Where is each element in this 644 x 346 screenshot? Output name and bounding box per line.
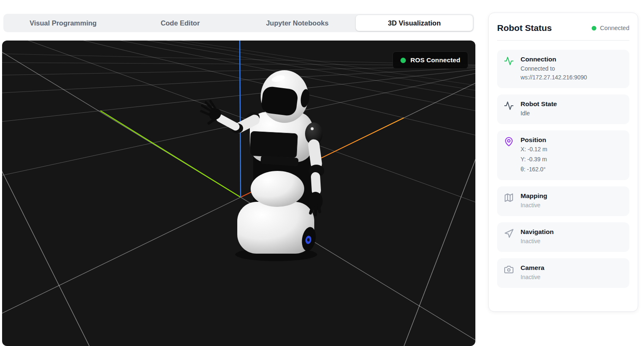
card-value-line: Y: -0.39 m xyxy=(521,155,547,164)
card-title: Camera xyxy=(521,264,544,272)
status-card-camera: CameraInactive xyxy=(497,258,629,288)
card-value-line: Inactive xyxy=(521,273,544,282)
status-card-list: ConnectionConnected to ws://172.27.142.2… xyxy=(497,50,629,288)
robot-status-panel: Robot Status Connected ConnectionConnect… xyxy=(488,13,638,312)
tab-visual-programming[interactable]: Visual Programming xyxy=(5,15,122,31)
card-value-line: Connected to ws://172.27.142.216:9090 xyxy=(521,65,623,82)
3d-canvas[interactable]: ROS Connected xyxy=(2,41,475,346)
activity-icon xyxy=(504,101,514,111)
robot-visor xyxy=(260,86,298,117)
ros-status-badge: ROS Connected xyxy=(393,51,468,69)
card-body: Robot StateIdle xyxy=(521,100,557,118)
tab-jupyter-notebooks[interactable]: Jupyter Notebooks xyxy=(239,15,356,31)
robot-model xyxy=(2,41,475,346)
card-title: Robot State xyxy=(521,100,557,108)
header-divider xyxy=(497,40,629,41)
map-icon xyxy=(504,193,514,203)
connected-dot-icon xyxy=(592,26,596,31)
connection-status-label: Connected xyxy=(600,25,629,31)
camera-icon xyxy=(504,265,514,275)
status-card-robot-state: Robot StateIdle xyxy=(497,94,629,124)
card-body: NavigationInactive xyxy=(521,228,554,246)
card-value-line: Inactive xyxy=(521,201,547,210)
status-card-position: PositionX: -0.12 mY: -0.39 mθ: -162.0° xyxy=(497,130,629,180)
card-title: Position xyxy=(521,136,547,144)
card-body: MappingInactive xyxy=(521,192,547,210)
robot-left-forearm xyxy=(220,118,236,127)
status-card-mapping: MappingInactive xyxy=(497,186,629,216)
connection-status-indicator: Connected xyxy=(592,25,629,31)
status-card-navigation: NavigationInactive xyxy=(497,222,629,252)
card-body: CameraInactive xyxy=(521,264,544,282)
tab-bar: Visual ProgrammingCode EditorJupyter Not… xyxy=(3,14,474,32)
navigation-icon xyxy=(504,229,514,239)
ros-connected-dot-icon xyxy=(400,58,406,63)
card-body: ConnectionConnected to ws://172.27.142.2… xyxy=(521,56,623,82)
robot-shoulder-highlight xyxy=(311,127,314,130)
robot-right-upper-arm xyxy=(314,145,316,164)
tab-code-editor[interactable]: Code Editor xyxy=(122,15,239,31)
tab-3d-visualization[interactable]: 3D Visualization xyxy=(356,15,473,31)
status-card-connection: ConnectionConnected to ws://172.27.142.2… xyxy=(497,50,629,88)
card-value-line: θ: -162.0° xyxy=(521,165,547,174)
card-value-line: Idle xyxy=(521,109,557,118)
card-value-line: X: -0.12 m xyxy=(521,145,547,154)
card-title: Connection xyxy=(521,56,623,63)
panel-title: Robot Status xyxy=(497,23,552,33)
card-value-line: Inactive xyxy=(521,237,554,246)
card-title: Mapping xyxy=(521,192,547,200)
card-body: PositionX: -0.12 mY: -0.39 mθ: -162.0° xyxy=(521,136,547,174)
robot-chest-panel xyxy=(250,131,298,158)
activity-icon xyxy=(504,56,514,66)
robot-belly xyxy=(251,171,304,207)
ros-badge-label: ROS Connected xyxy=(411,56,460,64)
card-title: Navigation xyxy=(521,228,554,236)
robot-right-forearm xyxy=(316,177,316,191)
map-pin-icon xyxy=(504,137,514,147)
panel-header: Robot Status Connected xyxy=(497,23,629,33)
